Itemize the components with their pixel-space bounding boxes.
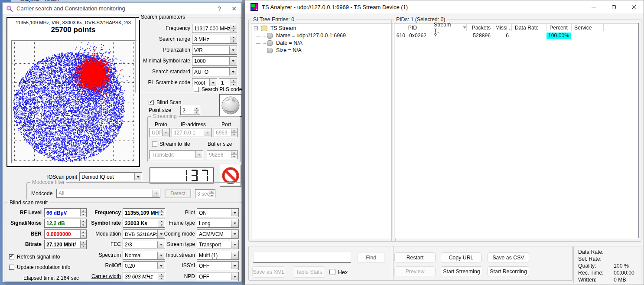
tree-collapse-icon[interactable] xyxy=(254,26,258,30)
tree-root-row[interactable]: TS Stream xyxy=(251,25,393,32)
ip-address-select[interactable]: 127.0.0.1 xyxy=(172,128,211,137)
stats-panel: Data Rate: Sel. Rate: Quality: 100 % Rec… xyxy=(573,246,641,283)
iq-display xyxy=(150,167,214,183)
modcode-select[interactable]: All xyxy=(56,189,160,198)
detect-button[interactable]: Detect xyxy=(165,189,191,198)
proto-select[interactable]: UDP xyxy=(150,128,170,137)
chevron-down-icon[interactable] xyxy=(231,241,238,248)
spinner-buttons[interactable] xyxy=(194,107,199,114)
chevron-down-icon[interactable] xyxy=(229,46,236,54)
port-spinner[interactable]: 6969 xyxy=(214,128,237,137)
spinner-buttons[interactable] xyxy=(231,25,236,32)
carrier-width-label[interactable]: Carrier width xyxy=(43,273,121,279)
npd-select[interactable]: OFF xyxy=(197,272,239,281)
pl-scramble-code-spinner[interactable]: 1 xyxy=(219,78,237,87)
constellation-plot xyxy=(11,40,137,164)
close-button[interactable] xyxy=(624,0,644,13)
written-label: Written: xyxy=(578,277,596,283)
si-tree-view[interactable]: TS Stream Name = udp://127.0.0.1:6969 Da… xyxy=(251,23,393,238)
tree-item[interactable]: Name = udp://127.0.0.1:6969 xyxy=(251,33,393,39)
column-header-missing[interactable]: Missi... xyxy=(494,23,511,32)
tree-item-label: Date = N/A xyxy=(276,40,302,46)
rolloff-value: 0.20 xyxy=(125,263,135,269)
maximize-button[interactable] xyxy=(604,0,624,13)
blind-scan-checkbox[interactable]: ✔ xyxy=(149,100,154,105)
buffer-size-spinner[interactable]: 96256 xyxy=(207,150,237,159)
column-separator xyxy=(466,24,467,31)
column-header-service[interactable]: Service xyxy=(571,23,603,32)
frame-type-select[interactable]: Long xyxy=(197,219,239,228)
spinner-buttons[interactable] xyxy=(231,36,236,43)
spinner-buttons[interactable] xyxy=(231,79,236,86)
column-header-pid[interactable]: PID xyxy=(394,23,431,32)
pl-scramble-label: PL Scramble code xyxy=(137,79,190,85)
minimize-button[interactable] xyxy=(584,0,604,13)
column-header-percent[interactable]: Percent xyxy=(546,23,571,32)
find-input[interactable] xyxy=(253,252,351,263)
column-header-stream-type[interactable]: Stream T... xyxy=(431,23,466,32)
pilot-select[interactable]: ON xyxy=(197,208,239,217)
polarization-select[interactable]: V/R xyxy=(192,46,237,55)
chevron-down-icon[interactable] xyxy=(231,230,238,238)
restart-button[interactable]: Restart xyxy=(394,252,436,262)
chevron-down-icon[interactable] xyxy=(231,273,238,280)
hex-checkbox[interactable] xyxy=(329,269,335,275)
tree-item[interactable]: Date = N/A xyxy=(251,40,393,47)
update-modulation-checkbox[interactable] xyxy=(9,265,14,270)
chevron-down-icon[interactable] xyxy=(231,209,238,216)
issyi-select[interactable]: OFF xyxy=(197,261,239,270)
pid-cell: 6100x0262 xyxy=(394,32,431,39)
chevron-down-icon[interactable] xyxy=(209,79,216,86)
globe-button[interactable] xyxy=(219,94,242,116)
npd-value: OFF xyxy=(199,274,209,280)
point-size-spinner[interactable]: 2 xyxy=(180,106,200,115)
iqscan-point-select[interactable]: Demod IQ out xyxy=(79,172,142,181)
search-standard-select[interactable]: AUTO xyxy=(192,67,237,76)
left-titlebar[interactable]: Carrier search and Constellation monitor… xyxy=(3,3,241,14)
service-cell xyxy=(571,32,603,39)
start-streaming-button[interactable]: Start Streaming xyxy=(441,266,482,276)
chevron-down-icon[interactable] xyxy=(229,68,236,75)
coding-mode-select[interactable]: ACM/VCM xyxy=(197,229,239,239)
frequency-spinner[interactable]: 11317,000 MHz xyxy=(192,24,237,33)
pl-scramble-mode-select[interactable]: Root xyxy=(192,78,217,87)
stream-to-file-checkbox[interactable] xyxy=(152,141,157,147)
frame-type-label: Frame type xyxy=(134,220,195,226)
fec-value: 2/3 xyxy=(125,242,132,248)
column-separator xyxy=(603,24,604,31)
leaf-icon xyxy=(267,33,273,39)
column-header-data-rate[interactable]: Data Rate xyxy=(511,23,546,32)
start-recording-button[interactable]: Start Recording xyxy=(488,266,529,276)
input-stream-select[interactable]: Multi (1) xyxy=(197,251,239,260)
chevron-down-icon[interactable] xyxy=(134,173,141,180)
si-tree-group-label: SI Tree Entries: 0 xyxy=(251,16,296,23)
column-header-packets[interactable]: Packets xyxy=(466,23,494,32)
close-button[interactable]: ✕ xyxy=(227,3,241,14)
left-window-title: Carrier search and Constellation monitor… xyxy=(16,5,125,12)
preview-button[interactable]: Preview xyxy=(394,266,436,276)
tree-item[interactable]: Size = N/A xyxy=(251,47,393,54)
search-range-spinner[interactable]: 3 MHz xyxy=(192,35,237,44)
sel-rate-label: Sel. Rate: xyxy=(578,256,602,262)
save-as-xml-button[interactable]: Save as XML xyxy=(252,266,285,278)
save-as-csv-button[interactable]: Save as CSV xyxy=(488,252,529,262)
help-button[interactable]: ? xyxy=(212,3,227,14)
copy-url-button[interactable]: Copy URL xyxy=(441,252,481,262)
detect-interval-spinner[interactable]: 3 sec xyxy=(195,189,215,198)
refresh-signal-checkbox[interactable]: ✔ xyxy=(9,254,14,259)
min-symbol-rate-select[interactable]: 1000 xyxy=(192,56,237,66)
table-stats-button[interactable]: Table Stats xyxy=(293,266,325,278)
chevron-down-icon[interactable] xyxy=(231,219,238,227)
frequency-label: Frequency xyxy=(137,25,190,31)
stream-type-select[interactable]: Transport xyxy=(197,240,239,249)
chevron-down-icon[interactable] xyxy=(231,262,238,269)
find-button[interactable]: Find xyxy=(358,252,384,263)
spinner-buttons xyxy=(209,190,215,197)
right-titlebar[interactable]: TS Analyzer - udp://127.0.0.1:6969 - TS … xyxy=(245,0,644,13)
file-profile-select[interactable]: TransEdit xyxy=(150,150,203,159)
minimize-icon xyxy=(592,7,596,7)
chevron-down-icon[interactable] xyxy=(229,57,236,65)
search-pls-checkbox[interactable] xyxy=(194,87,199,92)
tree-item-label: Size = N/A xyxy=(276,47,302,53)
chevron-down-icon[interactable] xyxy=(231,252,238,259)
